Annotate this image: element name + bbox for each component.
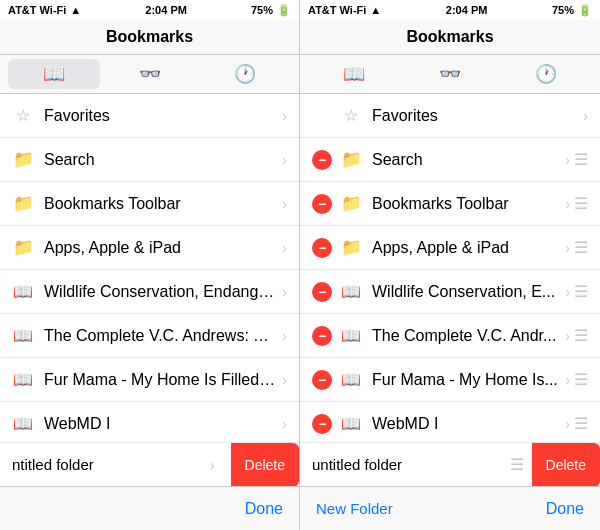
list-item-furmama-left[interactable]: 📖 Fur Mama - My Home Is Filled With W...… <box>0 358 299 402</box>
apps-label-left: Apps, Apple & iPad <box>44 239 278 257</box>
tab-reading-right[interactable]: 👓 <box>404 59 496 89</box>
battery-right: 75% <box>552 4 574 16</box>
toolbar-label-right: Bookmarks Toolbar <box>372 195 561 213</box>
book-tab-icon-right: 📖 <box>343 63 365 85</box>
status-left: AT&T Wi-Fi ▲ <box>8 4 81 16</box>
list-item-furmama-right[interactable]: − 📖 Fur Mama - My Home Is... › ☰ <box>300 358 600 402</box>
drag-wildlife-right[interactable]: ☰ <box>574 282 588 301</box>
furmama-label-right: Fur Mama - My Home Is... <box>372 371 561 389</box>
battery-left: 75% <box>251 4 273 16</box>
chevron-webmd-left: › <box>282 416 287 432</box>
minus-apps-right[interactable]: − <box>312 238 332 258</box>
list-item-apps-right[interactable]: − 📁 Apps, Apple & iPad › ☰ <box>300 226 600 270</box>
wifi-icon: ▲ <box>70 4 81 16</box>
list-item-vca-right[interactable]: − 📖 The Complete V.C. Andr... › ☰ <box>300 314 600 358</box>
bottom-bar-right: New Folder Done <box>300 486 600 530</box>
delete-button-left[interactable]: Delete <box>231 443 299 487</box>
minus-webmd-right[interactable]: − <box>312 414 332 434</box>
time-right: 2:04 PM <box>446 4 488 16</box>
untitled-label-right: untitled folder <box>312 456 486 473</box>
nav-title-right: Bookmarks <box>300 28 600 54</box>
minus-wildlife-right[interactable]: − <box>312 282 332 302</box>
list-item-search-left[interactable]: 📁 Search › <box>0 138 299 182</box>
folder-toolbar-icon-right: 📁 <box>340 193 362 214</box>
tab-reading-left[interactable]: 👓 <box>104 59 196 89</box>
apps-label-right: Apps, Apple & iPad <box>372 239 561 257</box>
chevron-favorites-left: › <box>282 108 287 124</box>
drag-apps-right[interactable]: ☰ <box>574 238 588 257</box>
folder-apps-icon-left: 📁 <box>12 237 34 258</box>
folder-toolbar-icon-left: 📁 <box>12 193 34 214</box>
list-item-favorites-right[interactable]: ☆ Favorites › <box>300 94 600 138</box>
untitled-row-right[interactable]: untitled folder ☰ Delete <box>300 442 600 486</box>
webmd-label-right: WebMD I <box>372 415 561 433</box>
book-webmd-icon-right: 📖 <box>340 414 362 433</box>
glasses-tab-icon-left: 👓 <box>139 63 161 85</box>
nav-bar-right: Bookmarks 📖 👓 🕐 <box>300 20 600 94</box>
favorites-label-right: Favorites <box>372 107 579 125</box>
clock-tab-icon-right: 🕐 <box>535 63 557 85</box>
done-button-left[interactable]: Done <box>245 500 283 518</box>
minus-vca-right[interactable]: − <box>312 326 332 346</box>
chevron-furmama-right: › <box>565 372 570 388</box>
right-panel: AT&T Wi-Fi ▲ 2:04 PM 75% 🔋 Bookmarks 📖 👓… <box>300 0 600 530</box>
status-right-right: 75% 🔋 <box>552 4 592 17</box>
bottom-bar-left: Done <box>0 486 299 530</box>
chevron-wildlife-right: › <box>565 284 570 300</box>
done-button-right[interactable]: Done <box>546 500 584 518</box>
drag-webmd-right[interactable]: ☰ <box>574 414 588 433</box>
bookmark-list-right: ☆ Favorites › − 📁 Search › ☰ − 📁 Bookmar… <box>300 94 600 486</box>
time-left: 2:04 PM <box>145 4 187 16</box>
nav-title-left: Bookmarks <box>0 28 299 54</box>
drag-search-right[interactable]: ☰ <box>574 150 588 169</box>
tab-bar-right: 📖 👓 🕐 <box>300 54 600 93</box>
list-item-favorites-left[interactable]: ☆ Favorites › <box>0 94 299 138</box>
minus-furmama-right[interactable]: − <box>312 370 332 390</box>
folder-search-icon-left: 📁 <box>12 149 34 170</box>
tab-bookmarks-left[interactable]: 📖 <box>8 59 100 89</box>
delete-button-right[interactable]: Delete <box>532 443 600 487</box>
list-item-webmd-left[interactable]: 📖 WebMD I › <box>0 402 299 446</box>
folder-search-icon-right: 📁 <box>340 149 362 170</box>
book-vca-icon-right: 📖 <box>340 326 362 345</box>
tab-history-right[interactable]: 🕐 <box>500 59 592 89</box>
untitled-text-right: untitled folder <box>300 456 498 473</box>
status-bar-left: AT&T Wi-Fi ▲ 2:04 PM 75% 🔋 <box>0 0 299 20</box>
list-item-toolbar-right[interactable]: − 📁 Bookmarks Toolbar › ☰ <box>300 182 600 226</box>
untitled-text-left: ntitled folder › <box>0 456 231 473</box>
list-item-wildlife-right[interactable]: − 📖 Wildlife Conservation, E... › ☰ <box>300 270 600 314</box>
chevron-webmd-right: › <box>565 416 570 432</box>
vca-label-right: The Complete V.C. Andr... <box>372 327 561 345</box>
drag-vca-right[interactable]: ☰ <box>574 326 588 345</box>
list-item-search-right[interactable]: − 📁 Search › ☰ <box>300 138 600 182</box>
wifi-icon-right: ▲ <box>370 4 381 16</box>
tab-history-left[interactable]: 🕐 <box>199 59 291 89</box>
tab-bookmarks-right[interactable]: 📖 <box>308 59 400 89</box>
minus-search-right[interactable]: − <box>312 150 332 170</box>
wildlife-label-right: Wildlife Conservation, E... <box>372 283 561 301</box>
book-webmd-icon-left: 📖 <box>12 414 34 433</box>
drag-untitled-right[interactable]: ☰ <box>502 455 532 474</box>
chevron-toolbar-left: › <box>282 196 287 212</box>
furmama-label-left: Fur Mama - My Home Is Filled With W... <box>44 371 278 389</box>
list-item-webmd-right[interactable]: − 📖 WebMD I › ☰ <box>300 402 600 446</box>
list-item-wildlife-left[interactable]: 📖 Wildlife Conservation, Endangered Sp..… <box>0 270 299 314</box>
vca-label-left: The Complete V.C. Andrews: The Libr... <box>44 327 278 345</box>
bookmark-list-left: ☆ Favorites › 📁 Search › 📁 Bookmarks Too… <box>0 94 299 486</box>
status-bar-right: AT&T Wi-Fi ▲ 2:04 PM 75% 🔋 <box>300 0 600 20</box>
status-right-left: 75% 🔋 <box>251 4 291 17</box>
webmd-label-left: WebMD I <box>44 415 278 433</box>
drag-furmama-right[interactable]: ☰ <box>574 370 588 389</box>
book-wildlife-icon-right: 📖 <box>340 282 362 301</box>
list-item-vca-left[interactable]: 📖 The Complete V.C. Andrews: The Libr...… <box>0 314 299 358</box>
untitled-row-left[interactable]: ntitled folder › Delete <box>0 442 299 486</box>
drag-toolbar-right[interactable]: ☰ <box>574 194 588 213</box>
nav-bar-left: Bookmarks 📖 👓 🕐 <box>0 20 299 94</box>
minus-toolbar-right[interactable]: − <box>312 194 332 214</box>
clock-tab-icon-left: 🕐 <box>234 63 256 85</box>
favorites-icon-left: ☆ <box>12 106 34 125</box>
list-item-apps-left[interactable]: 📁 Apps, Apple & iPad › <box>0 226 299 270</box>
book-vca-icon-left: 📖 <box>12 326 34 345</box>
new-folder-button-right[interactable]: New Folder <box>316 500 393 517</box>
list-item-toolbar-left[interactable]: 📁 Bookmarks Toolbar › <box>0 182 299 226</box>
